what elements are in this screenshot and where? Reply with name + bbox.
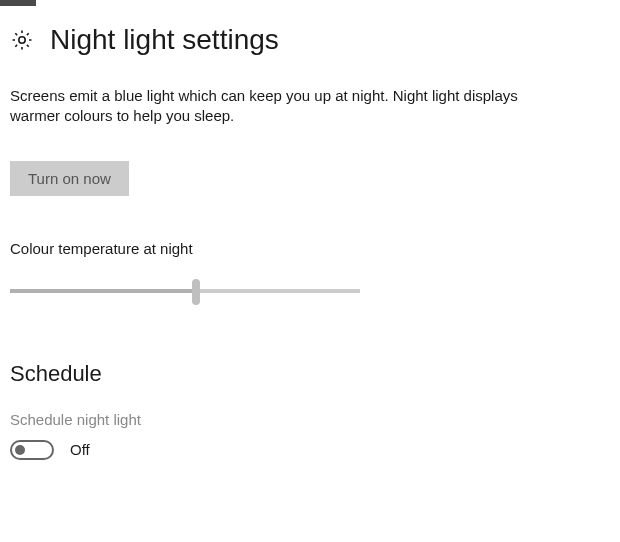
slider-thumb[interactable] xyxy=(192,279,200,305)
turn-on-now-button[interactable]: Turn on now xyxy=(10,161,129,196)
slider-fill xyxy=(10,289,196,293)
temperature-slider[interactable] xyxy=(10,277,360,307)
toggle-knob xyxy=(15,445,25,455)
schedule-heading: Schedule xyxy=(10,361,610,387)
schedule-toggle-row: Off xyxy=(10,440,610,460)
gear-icon xyxy=(10,28,34,52)
svg-point-0 xyxy=(19,37,25,43)
description-text: Screens emit a blue light which can keep… xyxy=(10,86,570,127)
page-title: Night light settings xyxy=(50,24,279,56)
schedule-toggle-state: Off xyxy=(70,441,90,458)
page-content: Night light settings Screens emit a blue… xyxy=(0,6,620,460)
temperature-label: Colour temperature at night xyxy=(10,240,610,257)
schedule-toggle-label: Schedule night light xyxy=(10,411,610,428)
title-row: Night light settings xyxy=(10,24,610,56)
schedule-toggle[interactable] xyxy=(10,440,54,460)
